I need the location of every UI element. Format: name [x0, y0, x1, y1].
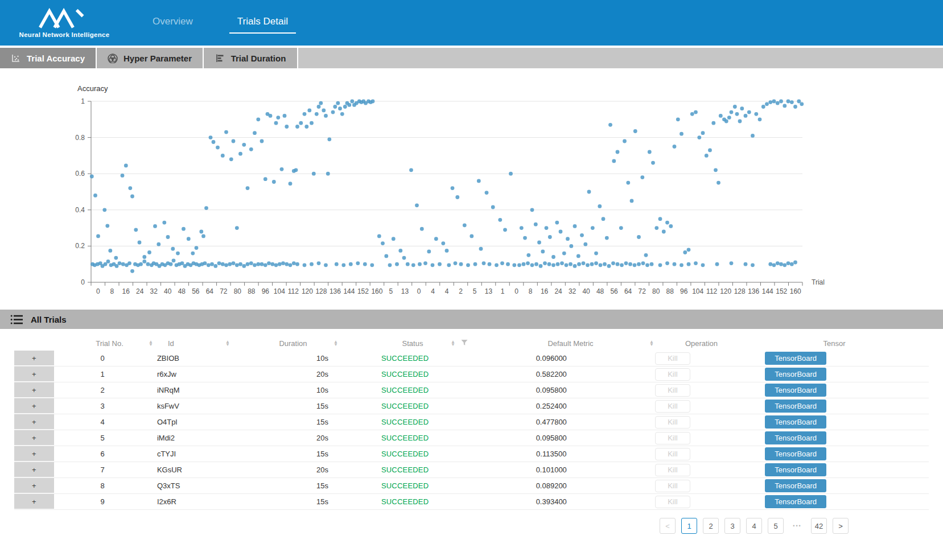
x-axis: 0816243240485664728088961041121201281361…: [91, 282, 802, 295]
pagination-page-4[interactable]: 4: [746, 518, 762, 534]
nav-tab-overview[interactable]: Overview: [147, 13, 199, 34]
tab-hyper-parameter[interactable]: Hyper Parameter: [97, 48, 204, 68]
expand-row-button[interactable]: +: [14, 367, 54, 382]
sort-icon[interactable]: ▲▼: [149, 340, 153, 346]
gridlines: [91, 101, 802, 246]
cell-id: O4Tpl: [151, 414, 228, 430]
tab-trial-accuracy[interactable]: Trial Accuracy: [0, 48, 97, 68]
status-badge: SUCCEEDED: [381, 402, 429, 410]
kill-button[interactable]: Kill: [655, 384, 690, 397]
cell-tensor: TensorBoard: [708, 478, 929, 493]
filter-icon[interactable]: [461, 339, 468, 348]
svg-text:4: 4: [431, 287, 435, 295]
svg-text:112: 112: [706, 287, 717, 295]
svg-text:64: 64: [206, 287, 214, 295]
cell-status: SUCCEEDED: [344, 351, 466, 366]
kill-button[interactable]: Kill: [655, 432, 690, 444]
tensorboard-button[interactable]: TensorBoard: [765, 368, 826, 381]
pagination-ellipsis[interactable]: •••: [789, 518, 805, 534]
cell-tensor: TensorBoard: [708, 382, 929, 398]
expand-row-button[interactable]: +: [14, 462, 54, 477]
cell-default-metric: 0.089200: [466, 478, 637, 493]
all-trials-title: All Trials: [31, 315, 67, 324]
svg-text:0.6: 0.6: [75, 170, 85, 178]
expand-row-button[interactable]: +: [14, 494, 54, 509]
pagination-page-2[interactable]: 2: [703, 518, 719, 534]
cell-status: SUCCEEDED: [344, 367, 466, 382]
tensorboard-button[interactable]: TensorBoard: [765, 447, 826, 460]
pagination-page-1[interactable]: 1: [681, 518, 697, 534]
tensorboard-button[interactable]: TensorBoard: [765, 352, 826, 365]
pagination-page-42[interactable]: 42: [811, 518, 827, 534]
tab-trial-duration[interactable]: Trial Duration: [204, 48, 298, 68]
expand-row-button[interactable]: +: [14, 382, 54, 398]
expand-row-button[interactable]: +: [14, 351, 54, 366]
svg-text:8: 8: [529, 287, 533, 295]
kill-button[interactable]: Kill: [655, 416, 690, 429]
svg-text:120: 120: [720, 287, 731, 295]
cell-status: SUCCEEDED: [344, 462, 466, 477]
tensorboard-button[interactable]: TensorBoard: [765, 415, 826, 429]
accuracy-scatter-chart: Accuracy10.80.60.40.20081624324048566472…: [0, 68, 943, 303]
status-badge: SUCCEEDED: [381, 466, 429, 474]
col-header-default-metric[interactable]: Default Metric▲▼: [478, 336, 663, 351]
expand-row-button[interactable]: +: [14, 414, 54, 430]
table-header-row: Trial No.▲▼Id▲▼Duration▲▼Status▲▼Default…: [14, 336, 929, 351]
cell-tensor: TensorBoard: [708, 351, 929, 366]
cell-status: SUCCEEDED: [344, 414, 466, 430]
svg-text:0: 0: [514, 287, 518, 295]
tensorboard-button[interactable]: TensorBoard: [765, 384, 826, 397]
kill-button[interactable]: Kill: [655, 400, 690, 413]
table-row: +0ZBIOB10sSUCCEEDED0.096000KillTensorBoa…: [14, 351, 929, 367]
col-header-id[interactable]: Id▲▼: [162, 336, 239, 351]
cell-duration: 10s: [228, 382, 344, 398]
kill-button[interactable]: Kill: [655, 352, 690, 365]
kill-button[interactable]: Kill: [655, 448, 690, 460]
svg-text:112: 112: [288, 287, 299, 295]
cell-operation: Kill: [637, 430, 708, 446]
sort-icon[interactable]: ▲▼: [225, 340, 230, 346]
sort-icon[interactable]: ▲▼: [451, 340, 455, 346]
col-header-status[interactable]: Status▲▼: [347, 336, 478, 351]
col-header-duration[interactable]: Duration▲▼: [239, 336, 347, 351]
nav-tab-trials-detail[interactable]: Trials Detail: [232, 13, 294, 34]
cell-operation: Kill: [637, 414, 708, 430]
cell-duration: 15s: [228, 414, 344, 430]
cell-trial-no: 2: [54, 382, 151, 398]
col-header-trial-no[interactable]: Trial No.▲▼: [57, 336, 162, 351]
expand-row-button[interactable]: +: [14, 398, 54, 414]
tensorboard-button[interactable]: TensorBoard: [765, 495, 826, 508]
sort-icon[interactable]: ▲▼: [333, 340, 338, 346]
sort-icon[interactable]: ▲▼: [649, 340, 654, 346]
svg-text:0.2: 0.2: [75, 242, 85, 250]
pagination-page-3[interactable]: 3: [724, 518, 740, 534]
cell-tensor: TensorBoard: [708, 446, 929, 462]
col-header-label: Operation: [663, 339, 740, 348]
kill-button[interactable]: Kill: [655, 496, 690, 508]
pagination-next[interactable]: >: [833, 518, 849, 534]
cell-status: SUCCEEDED: [344, 494, 466, 509]
expand-row-button[interactable]: +: [14, 430, 54, 446]
pagination-prev[interactable]: <: [660, 518, 676, 534]
kill-button[interactable]: Kill: [655, 480, 690, 492]
cell-id: r6xJw: [151, 367, 228, 382]
svg-text:0.4: 0.4: [75, 206, 85, 214]
kill-button[interactable]: Kill: [655, 464, 690, 476]
pagination-page-5[interactable]: 5: [768, 518, 784, 534]
tensorboard-button[interactable]: TensorBoard: [765, 431, 826, 444]
expand-row-button[interactable]: +: [14, 446, 54, 462]
status-badge: SUCCEEDED: [381, 386, 429, 394]
svg-text:32: 32: [150, 287, 158, 295]
svg-text:16: 16: [122, 287, 130, 295]
tensorboard-button[interactable]: TensorBoard: [765, 479, 826, 492]
cell-status: SUCCEEDED: [344, 382, 466, 398]
svg-text:136: 136: [748, 287, 759, 295]
tensorboard-button[interactable]: TensorBoard: [765, 400, 826, 413]
expand-row-button[interactable]: +: [14, 478, 54, 493]
col-header-expander: [14, 336, 57, 351]
svg-text:120: 120: [302, 287, 313, 295]
tensorboard-button[interactable]: TensorBoard: [765, 463, 826, 476]
kill-button[interactable]: Kill: [655, 368, 690, 381]
svg-text:104: 104: [274, 287, 285, 295]
cell-default-metric: 0.095800: [466, 430, 637, 446]
